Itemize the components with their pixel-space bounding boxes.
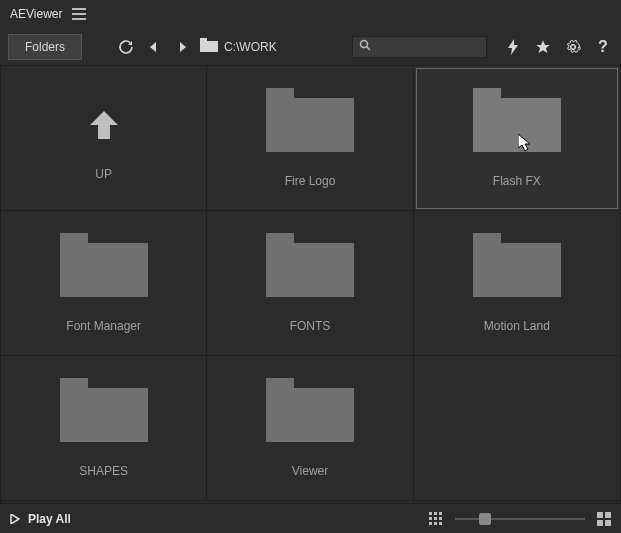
- folder-cell[interactable]: FONTS: [207, 211, 413, 356]
- folder-glyph-icon: [473, 233, 561, 297]
- workspace: UP Fire Logo Flash FX Font Manager FONTS…: [0, 66, 621, 503]
- help-icon[interactable]: ?: [593, 37, 613, 57]
- cell-label: FONTS: [290, 319, 331, 333]
- zoom-slider[interactable]: [455, 510, 585, 528]
- folder-cell[interactable]: SHAPES: [1, 356, 207, 501]
- svg-marker-0: [150, 42, 156, 52]
- folder-cell[interactable]: Fire Logo: [207, 66, 413, 211]
- cell-label: Flash FX: [493, 174, 541, 188]
- path-text: C:\WORK: [224, 40, 277, 54]
- svg-rect-3: [200, 38, 207, 42]
- back-icon[interactable]: [144, 37, 164, 57]
- folder-cell[interactable]: Viewer: [207, 356, 413, 501]
- folder-icon: [200, 38, 218, 55]
- play-icon: [10, 514, 20, 524]
- view-small-grid-icon[interactable]: [429, 512, 443, 526]
- svg-rect-16: [434, 517, 437, 520]
- svg-marker-1: [180, 42, 186, 52]
- svg-rect-24: [605, 520, 611, 526]
- svg-marker-6: [508, 39, 518, 55]
- svg-rect-23: [597, 520, 603, 526]
- folder-cell[interactable]: Motion Land: [414, 211, 620, 356]
- svg-rect-17: [439, 517, 442, 520]
- star-icon[interactable]: [533, 37, 553, 57]
- menu-icon[interactable]: [72, 8, 86, 20]
- svg-rect-12: [429, 512, 432, 515]
- search-input[interactable]: [377, 40, 480, 54]
- folder-glyph-icon: [473, 88, 561, 152]
- svg-rect-14: [439, 512, 442, 515]
- svg-rect-19: [434, 522, 437, 525]
- svg-marker-9: [90, 111, 118, 139]
- svg-rect-22: [605, 512, 611, 518]
- up-cell[interactable]: UP: [1, 66, 207, 211]
- view-large-grid-icon[interactable]: [597, 512, 611, 526]
- toolbar: Folders C:\WORK: [0, 28, 621, 66]
- folder-glyph-icon: [266, 233, 354, 297]
- folder-cell[interactable]: Font Manager: [1, 211, 207, 356]
- reload-icon[interactable]: [116, 37, 136, 57]
- cell-label: Motion Land: [484, 319, 550, 333]
- svg-marker-11: [11, 514, 19, 524]
- folders-button[interactable]: Folders: [8, 34, 82, 60]
- cell-label: UP: [95, 167, 112, 181]
- search-icon: [359, 39, 371, 54]
- forward-icon[interactable]: [172, 37, 192, 57]
- cell-label: Font Manager: [66, 319, 141, 333]
- cell-label: Fire Logo: [285, 174, 336, 188]
- cell-label: SHAPES: [79, 464, 128, 478]
- svg-rect-18: [429, 522, 432, 525]
- folder-glyph-icon: [60, 233, 148, 297]
- folder-grid: UP Fire Logo Flash FX Font Manager FONTS…: [1, 66, 620, 501]
- play-all-button[interactable]: Play All: [10, 512, 71, 526]
- lightning-icon[interactable]: [503, 37, 523, 57]
- folder-glyph-icon: [266, 88, 354, 152]
- svg-rect-21: [597, 512, 603, 518]
- folder-glyph-icon: [60, 378, 148, 442]
- svg-rect-2: [200, 41, 218, 52]
- footer: Play All: [0, 503, 621, 533]
- title-bar: AEViewer: [0, 0, 621, 28]
- folder-cell[interactable]: Flash FX: [414, 66, 620, 211]
- gear-icon[interactable]: [563, 37, 583, 57]
- svg-line-5: [367, 47, 371, 51]
- svg-marker-7: [536, 40, 549, 53]
- up-arrow-icon: [84, 105, 124, 145]
- path-display[interactable]: C:\WORK: [200, 38, 277, 55]
- svg-point-4: [361, 41, 368, 48]
- search-box[interactable]: [352, 36, 487, 58]
- svg-rect-20: [439, 522, 442, 525]
- folder-glyph-icon: [266, 378, 354, 442]
- svg-rect-15: [429, 517, 432, 520]
- play-all-label: Play All: [28, 512, 71, 526]
- svg-point-8: [571, 45, 575, 49]
- empty-cell: [414, 356, 620, 501]
- svg-rect-13: [434, 512, 437, 515]
- app-title: AEViewer: [10, 7, 62, 21]
- cell-label: Viewer: [292, 464, 328, 478]
